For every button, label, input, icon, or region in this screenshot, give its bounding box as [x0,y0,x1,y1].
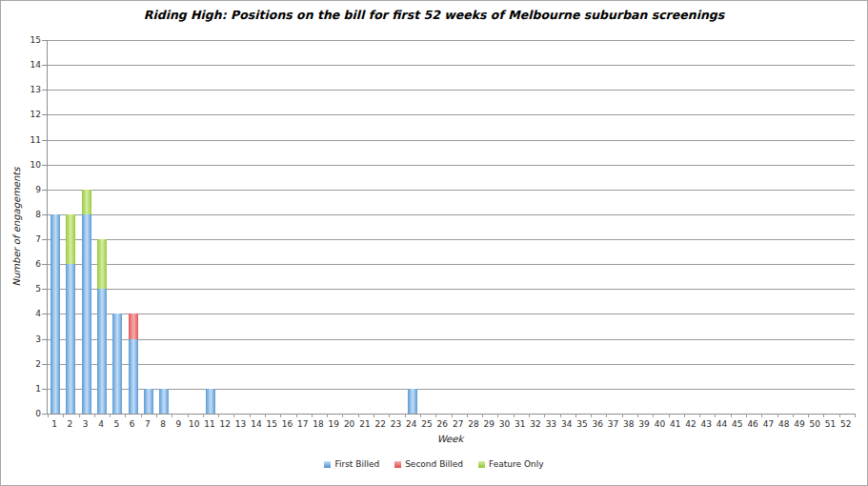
legend-item: Second Billed [394,459,463,469]
x-tick [669,414,670,417]
gridline [48,314,855,314]
gridline [48,339,855,340]
y-tick-label: 11 [10,135,41,146]
y-tick [42,140,47,141]
y-tick-label: 12 [10,110,41,120]
y-tick-label: 13 [10,85,41,95]
legend-label: Second Billed [405,459,463,469]
y-tick [42,414,47,415]
x-tick [777,414,778,417]
y-tick [42,314,47,314]
gridline [48,90,855,91]
y-tick [42,239,47,240]
bar-segment [97,289,107,414]
x-tick [855,414,856,417]
x-tick [125,414,126,417]
x-tick [156,414,157,417]
x-tick [203,414,204,417]
bar-segment [408,389,417,414]
x-tick [110,414,111,417]
legend-item: First Billed [324,459,379,469]
bar-segment [82,190,91,214]
bar-segment [144,389,153,414]
x-tick [172,414,172,417]
x-tick [823,414,824,417]
x-tick [452,414,453,417]
x-tick [839,414,840,417]
x-tick [358,414,359,417]
x-tick [591,414,592,417]
y-tick [42,364,47,365]
y-tick [42,165,47,166]
x-tick [761,414,762,417]
y-tick [42,339,47,340]
y-tick [42,40,47,41]
bar-segment [97,239,107,289]
gridline [48,289,855,290]
x-tick [48,414,49,417]
y-tick-label: 15 [10,35,41,46]
gridline [48,190,855,191]
x-tick [808,414,809,417]
y-tick-label: 4 [10,309,41,319]
y-tick-label: 6 [10,259,41,270]
y-tick [42,114,47,115]
legend-marker-icon [324,461,331,468]
x-tick [715,414,716,417]
x-tick [342,414,343,417]
bar-segment [159,389,169,414]
x-tick [575,414,576,417]
chart-title: Riding High: Positions on the bill for f… [1,8,867,22]
y-tick [42,389,47,390]
x-tick [731,414,732,417]
x-tick [79,414,80,417]
legend-marker-icon [394,461,401,468]
gridline [48,364,855,365]
x-tick [420,414,421,417]
x-tick [405,414,406,417]
plot-area [47,40,855,415]
x-tick [94,414,95,417]
gridline [48,40,855,41]
x-tick [637,414,638,417]
gridline [48,239,855,240]
bar-segment [66,214,75,264]
legend-marker-icon [478,461,485,468]
bar-segment [112,314,122,414]
x-tick [653,414,654,417]
gridline [48,140,855,141]
gridline [48,114,855,115]
x-tick [280,414,281,417]
gridline [48,65,855,66]
chart-canvas: Riding High: Positions on the bill for f… [0,0,868,486]
y-tick-label: 7 [10,234,41,245]
bar-segment [82,214,91,414]
x-tick [606,414,607,417]
y-tick [42,190,47,191]
bar-segment [129,314,138,338]
x-axis-title: Week [47,434,854,444]
x-tick [482,414,483,417]
x-tick [373,414,374,417]
y-tick-label: 3 [10,334,41,345]
gridline [48,264,855,265]
y-tick-label: 2 [10,359,41,370]
y-tick-label: 8 [10,210,41,220]
x-tick [514,414,515,417]
x-tick [529,414,530,417]
gridline [48,214,855,215]
gridline [48,165,855,166]
x-tick [233,414,234,417]
x-tick [699,414,700,417]
x-tick [312,414,313,417]
x-tick [63,414,64,417]
y-tick [42,264,47,265]
y-tick-label: 1 [10,384,41,395]
x-tick [435,414,436,417]
y-tick-label: 9 [10,185,41,195]
x-tick [544,414,545,417]
x-tick [560,414,561,417]
y-tick-label: 5 [10,284,41,294]
y-tick-label: 0 [10,409,41,419]
x-tick [746,414,747,417]
